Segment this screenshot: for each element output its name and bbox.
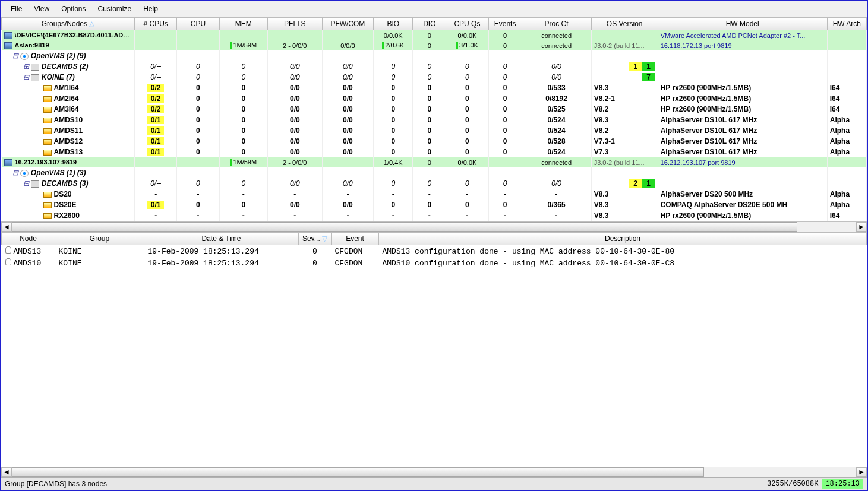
ev-col-ev[interactable]: Event <box>332 233 379 245</box>
row-name-cell[interactable]: AM1I64 <box>2 83 135 93</box>
menu-customize[interactable]: Customize <box>93 4 137 14</box>
col-dio[interactable]: DIO <box>413 18 446 30</box>
table-row[interactable]: AM1I640/2000/00/000000/533V8.3HP rx2600 … <box>2 83 867 93</box>
tree-toggle-icon[interactable] <box>23 62 29 71</box>
col-cpu[interactable]: CPU <box>177 18 219 30</box>
row-name-cell[interactable]: RX2600 <box>2 210 135 221</box>
event-row[interactable]: AMDS13KOINE19-Feb-2009 18:25:13.2940CFGD… <box>2 245 867 258</box>
row-name-cell[interactable]: DECAMDS (3) <box>2 178 135 189</box>
scroll-thumb[interactable] <box>12 222 797 232</box>
events-wrapper[interactable]: Node Group Date & Time Sev... ▽ Event De… <box>1 232 867 467</box>
table-row[interactable]: Aslan:98191M/59M2 - 0/0/00/0/02/0.6K03/1… <box>2 40 867 50</box>
scroll-left-icon[interactable]: ◄ <box>1 467 12 477</box>
tree-toggle-icon[interactable] <box>23 179 29 188</box>
col-pflts[interactable]: PFLTS <box>267 18 322 30</box>
col-events[interactable]: Events <box>488 18 522 30</box>
table-header-row: Groups/Nodes △ # CPUs CPU MEM PFLTS PFW/… <box>2 18 867 30</box>
cell <box>267 167 322 178</box>
events-table[interactable]: Node Group Date & Time Sev... ▽ Event De… <box>1 232 867 269</box>
row-name-cell[interactable]: OpenVMS (2) (9) <box>2 50 135 61</box>
row-name-cell[interactable]: Aslan:9819 <box>2 40 135 50</box>
table-row[interactable]: AMDS120/1000/00/000000/528V7.3-1AlphaSer… <box>2 136 867 147</box>
cell: 0/524 <box>522 125 591 136</box>
row-label: 16.212.193.107:9819 <box>15 159 77 166</box>
row-name-cell[interactable]: OpenVMS (1) (3) <box>2 167 135 178</box>
row-label: AM2I64 <box>54 94 79 103</box>
row-name-cell[interactable]: AM2I64 <box>2 93 135 104</box>
cell: 0/0 <box>322 83 374 93</box>
table-row[interactable]: RX2600----------V8.3HP rx2600 (900MHz/1.… <box>2 210 867 221</box>
cell: 0/0 <box>322 104 374 115</box>
cell: 0 <box>488 115 522 125</box>
row-name-cell[interactable]: AMDS10 <box>2 115 135 125</box>
table-row[interactable]: DECAMDS (3)0/--000/00/000000/021 <box>2 178 867 189</box>
main-hscrollbar[interactable]: ◄ ► <box>1 221 867 232</box>
table-row[interactable]: DECAMDS (2)0/--000/00/000000/011 <box>2 61 867 72</box>
scroll-right-icon[interactable]: ► <box>856 222 867 232</box>
col-os[interactable]: OS Version <box>591 18 658 30</box>
row-name-cell[interactable]: AMDS12 <box>2 136 135 147</box>
table-row[interactable]: DS20----------V8.3AlphaServer DS20 500 M… <box>2 189 867 199</box>
menu-file[interactable]: File <box>6 4 27 14</box>
ev-col-group[interactable]: Group <box>55 233 144 245</box>
col-mem[interactable]: MEM <box>219 18 267 30</box>
status-text: Group [DECAMDS] has 3 nodes <box>5 480 763 488</box>
cell-hw: HP rx2600 (900MHz/1.5MB) <box>658 104 827 115</box>
row-name-cell[interactable]: AMDS13 <box>2 147 135 157</box>
table-row[interactable]: OpenVMS (1) (3) <box>2 167 867 178</box>
ev-col-node[interactable]: Node <box>2 233 55 245</box>
col-ncpus[interactable]: # CPUs <box>135 18 177 30</box>
cell: 0/1 <box>135 136 177 147</box>
cell: 0/0 <box>322 93 374 104</box>
row-name-cell[interactable]: DS20E <box>2 199 135 210</box>
row-label: DS20E <box>54 201 77 209</box>
main-table-wrapper[interactable]: Groups/Nodes △ # CPUs CPU MEM PFLTS PFW/… <box>1 17 867 221</box>
cell: 0/0 <box>267 104 322 115</box>
row-name-cell[interactable]: AM3I64 <box>2 104 135 115</box>
menu-options[interactable]: Options <box>56 4 90 14</box>
col-hw[interactable]: HW Model <box>658 18 827 30</box>
row-name-cell[interactable]: 16.212.193.107:9819 <box>2 157 135 167</box>
tree-toggle-icon[interactable] <box>12 52 18 60</box>
cell-arch <box>827 178 866 189</box>
col-proc[interactable]: Proc Ct <box>522 18 591 30</box>
col-pfw[interactable]: PFW/COM <box>322 18 374 30</box>
cell <box>219 167 267 178</box>
col-name[interactable]: Groups/Nodes △ <box>2 18 135 30</box>
ev-col-dt[interactable]: Date & Time <box>144 233 299 245</box>
table-row[interactable]: AMDS100/1000/00/000000/524V8.3AlphaServe… <box>2 115 867 125</box>
row-name-cell[interactable]: AMDS11 <box>2 125 135 136</box>
table-row[interactable]: DS20E0/1000/00/000000/365V8.3COMPAQ Alph… <box>2 199 867 210</box>
menu-help[interactable]: Help <box>138 4 163 14</box>
row-name-cell[interactable]: \DEVICE\{4E677B32-B87D-4011-AD40-6B2E05E… <box>2 30 135 41</box>
menu-view[interactable]: View <box>29 4 54 14</box>
ev-col-sev[interactable]: Sev... ▽ <box>299 233 332 245</box>
table-row[interactable]: AM3I640/2000/00/000000/525V8.2HP rx2600 … <box>2 104 867 115</box>
scroll-left-icon[interactable]: ◄ <box>1 222 12 232</box>
table-row[interactable]: AM2I640/2000/00/000000/8192V8.2-1HP rx26… <box>2 93 867 104</box>
tree-toggle-icon[interactable] <box>12 169 18 177</box>
cell: 0/0/0 <box>322 40 374 50</box>
col-bio[interactable]: BIO <box>374 18 413 30</box>
row-name-cell[interactable]: DS20 <box>2 189 135 199</box>
ev-col-desc[interactable]: Description <box>379 233 867 245</box>
event-row[interactable]: AMDS10KOINE19-Feb-2009 18:25:13.2940CFGD… <box>2 257 867 269</box>
events-hscrollbar[interactable]: ◄ ► <box>1 467 867 477</box>
col-cpuq[interactable]: CPU Qs <box>446 18 488 30</box>
tree-toggle-icon[interactable] <box>23 73 29 81</box>
table-row[interactable]: OpenVMS (2) (9) <box>2 50 867 61</box>
table-row[interactable]: KOINE (7)0/--000/00/000000/07 <box>2 72 867 83</box>
scroll-thumb[interactable] <box>12 467 704 477</box>
nodes-table[interactable]: Groups/Nodes △ # CPUs CPU MEM PFLTS PFW/… <box>1 17 867 221</box>
scroll-right-icon[interactable]: ► <box>856 467 867 477</box>
cell: 0 <box>488 40 522 50</box>
row-name-cell[interactable]: KOINE (7) <box>2 72 135 83</box>
cell: 0 <box>446 136 488 147</box>
cell <box>413 167 446 178</box>
row-name-cell[interactable]: DECAMDS (2) <box>2 61 135 72</box>
table-row[interactable]: AMDS110/1000/00/000000/524V8.2AlphaServe… <box>2 125 867 136</box>
table-row[interactable]: AMDS130/1000/00/000000/524V7.3AlphaServe… <box>2 147 867 157</box>
table-row[interactable]: \DEVICE\{4E677B32-B87D-4011-AD40-6B2E05E… <box>2 30 867 41</box>
table-row[interactable]: 16.212.193.107:98191M/59M2 - 0/0/01/0.4K… <box>2 157 867 167</box>
col-arch[interactable]: HW Arch <box>827 18 866 30</box>
